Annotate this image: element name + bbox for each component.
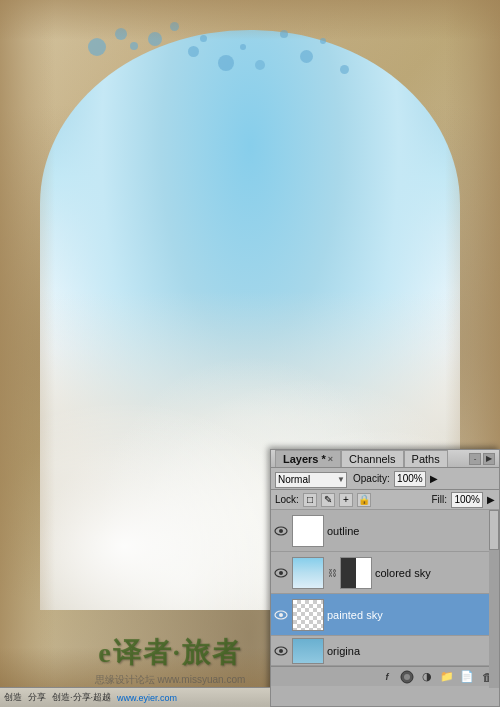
taskbar-url[interactable]: www.eyier.com	[117, 693, 177, 703]
fill-input[interactable]	[451, 492, 483, 508]
lock-label: Lock:	[275, 494, 299, 505]
mask-icon	[400, 670, 414, 684]
adjustment-button[interactable]: ◑	[419, 669, 435, 685]
lock-position-button[interactable]: +	[339, 493, 353, 507]
taskbar-item-3[interactable]: 创造·分享·超越	[52, 691, 111, 704]
tab-channels[interactable]: Channels	[341, 450, 403, 467]
new-layer-button[interactable]: 📄	[459, 669, 475, 685]
layer-row-painted-sky[interactable]: painted sky	[271, 594, 499, 636]
fill-label: Fill:	[431, 494, 447, 505]
eye-colored-sky[interactable]	[273, 565, 289, 581]
opacity-arrow[interactable]: ▶	[430, 473, 438, 484]
opacity-label: Opacity:	[353, 473, 390, 484]
layers-panel: Layers * × Channels Paths - ▶ Normal Mul…	[270, 449, 500, 707]
layer-name-painted-sky: painted sky	[327, 609, 497, 621]
splatter-10	[255, 60, 265, 70]
thumb-colored-sky	[292, 557, 324, 589]
new-group-button[interactable]: 📁	[439, 669, 455, 685]
scroll-thumb[interactable]	[489, 510, 499, 550]
eye-painted-sky-svg	[274, 610, 288, 620]
tab-channels-label: Channels	[349, 453, 395, 465]
taskbar: 创造 分享 创造·分享·超越 www.eyier.com	[0, 687, 270, 707]
svg-point-3	[279, 571, 283, 575]
panel-titlebar: Layers * × Channels Paths - ▶	[271, 450, 499, 468]
thumb-painted-sky	[292, 599, 324, 631]
layer-row-outline[interactable]: outline	[271, 510, 499, 552]
svg-point-9	[404, 674, 410, 680]
splatter-9	[240, 44, 246, 50]
svg-point-5	[279, 613, 283, 617]
lock-all-button[interactable]: 🔒	[357, 493, 371, 507]
layer-name-origina: origina	[327, 645, 497, 657]
blend-mode-wrapper: Normal Multiply Screen Overlay ▼	[275, 469, 347, 488]
paper-edge-left	[0, 0, 55, 707]
svg-point-7	[279, 649, 283, 653]
taskbar-label-2: 分享	[28, 691, 46, 704]
add-mask-button[interactable]	[399, 669, 415, 685]
thumb-origina	[292, 638, 324, 664]
svg-point-1	[279, 529, 283, 533]
layer-row-colored-sky[interactable]: ⛓ colored sky	[271, 552, 499, 594]
splatter-1	[88, 38, 106, 56]
eye-colored-sky-svg	[274, 568, 288, 578]
eye-origina-svg	[274, 646, 288, 656]
lock-transparent-button[interactable]: □	[303, 493, 317, 507]
splatter-6	[188, 46, 199, 57]
blend-mode-select[interactable]: Normal Multiply Screen Overlay	[275, 472, 347, 488]
panel-title-buttons: - ▶	[469, 453, 495, 465]
tab-paths-label: Paths	[412, 453, 440, 465]
panel-bottom: f ◑ 📁 📄 🗑	[271, 666, 499, 686]
eye-outline[interactable]	[273, 523, 289, 539]
layer-name-outline: outline	[327, 525, 497, 537]
splatter-3	[130, 42, 138, 50]
eye-icon-svg	[274, 526, 288, 536]
scroll-track[interactable]	[489, 510, 499, 688]
eye-origina[interactable]	[273, 643, 289, 659]
layer-name-colored-sky: colored sky	[375, 567, 497, 579]
taskbar-url-text: www.eyier.com	[117, 693, 177, 703]
splatter-14	[340, 65, 349, 74]
add-style-button[interactable]: f	[379, 669, 395, 685]
fill-arrow[interactable]: ▶	[487, 494, 495, 505]
thumb-outline	[292, 515, 324, 547]
panel-controls: Normal Multiply Screen Overlay ▼ Opacity…	[271, 468, 499, 490]
panel-tabs: Layers * × Channels Paths	[275, 450, 448, 467]
splatter-12	[300, 50, 313, 63]
mask-thumb-colored-sky	[340, 557, 372, 589]
tab-layers-label: Layers *	[283, 453, 326, 465]
taskbar-item-1[interactable]: 创造	[4, 691, 22, 704]
mask-link-icon: ⛓	[327, 568, 337, 578]
tab-layers-close[interactable]: ×	[328, 454, 333, 464]
splatter-8	[218, 55, 234, 71]
panel-menu-button[interactable]: ▶	[483, 453, 495, 465]
tab-paths[interactable]: Paths	[404, 450, 448, 467]
panel-minimize-button[interactable]: -	[469, 453, 481, 465]
taskbar-item-2[interactable]: 分享	[28, 691, 46, 704]
paper-edge-top	[0, 0, 500, 40]
layer-row-origina[interactable]: origina	[271, 636, 499, 666]
lock-row: Lock: □ ✎ + 🔒 Fill: ▶	[271, 490, 499, 510]
opacity-input[interactable]	[394, 471, 426, 487]
tab-layers[interactable]: Layers * ×	[275, 450, 341, 467]
taskbar-label-1: 创造	[4, 691, 22, 704]
taskbar-label-3: 创造·分享·超越	[52, 691, 111, 704]
lock-image-button[interactable]: ✎	[321, 493, 335, 507]
layer-list: outline ⛓ colored sky	[271, 510, 499, 666]
eye-painted-sky[interactable]	[273, 607, 289, 623]
